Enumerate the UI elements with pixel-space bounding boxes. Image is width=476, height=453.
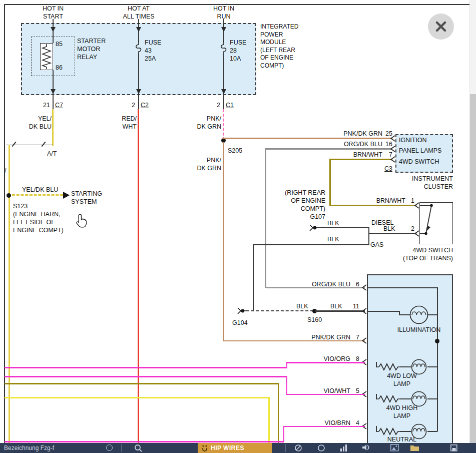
feed-hot-in-start: HOT IN START	[32, 5, 74, 21]
arrow-down-icon	[51, 27, 56, 32]
connector-c1-pin: 2	[212, 101, 220, 109]
no-entry-icon[interactable]	[294, 444, 302, 452]
wire-vio-org-run	[5, 367, 287, 368]
junction-dot	[435, 339, 439, 343]
wire-pnk-to-cluster	[222, 138, 392, 139]
wire-low-lamp-left	[400, 366, 411, 367]
switch-caption: 4WD SWITCH (TOP OF TRANS)	[397, 246, 453, 262]
chart-icon[interactable]	[340, 444, 347, 451]
app-button[interactable]: HIP WIRES	[198, 443, 272, 453]
switch-pin2-wire: BLK	[383, 225, 395, 233]
wire-neutral-lamp-right	[427, 431, 437, 432]
switch-pin2: 2	[407, 225, 414, 233]
connector-chevron-icon	[361, 284, 367, 291]
illumination-label: ILLUMINATION	[387, 326, 451, 334]
wire-olive-run	[5, 383, 279, 384]
feed-hot-at-all-times: HOT AT ALL TIMES	[117, 5, 160, 21]
wire-label-red-wht: RED/ WHT	[114, 115, 137, 131]
wire-label-pnk-dkgrn-upper: PNK/ DK GRN	[195, 115, 221, 131]
wire-blk-pin2	[368, 233, 416, 234]
connector-chevron-icon	[390, 146, 395, 152]
ground-g107-label: (RIGHT REAR OF ENGINE COMPT) G107	[278, 189, 325, 221]
cluster-pin7-wire: BRN/WHT	[332, 151, 382, 159]
switch-pin1-wire: BRN/WHT	[365, 197, 405, 205]
wire-c7-stub	[53, 95, 54, 109]
wire-org-vertical	[265, 148, 267, 288]
fuse43-label: FUSE 43 25A	[145, 39, 161, 63]
wire-illum-pin11-in	[367, 311, 399, 312]
clipped-wire-label: /	[5, 167, 6, 175]
record-icon[interactable]	[317, 444, 325, 452]
blk-gas-label: BLK	[327, 235, 339, 243]
wire-c2-stub	[138, 95, 139, 109]
cluster-pin16-wire: ORG/DK BLU	[332, 140, 382, 148]
wire-label-pnk-dkgrn-lower: PNK/ DK GRN	[195, 156, 221, 172]
app-icon	[201, 444, 208, 451]
connector-c3: C3	[382, 165, 392, 173]
blk-right-label: BLK	[330, 302, 342, 310]
wire-vio-org	[286, 362, 365, 363]
separator	[121, 444, 122, 452]
wire-vio-wht-riser	[286, 376, 288, 395]
scrollbar-thumb[interactable]	[470, 94, 476, 443]
ground-icon	[236, 307, 246, 314]
connector-c2: C2	[141, 101, 149, 109]
ground-g104-label: G104	[232, 319, 248, 327]
image-icon[interactable]	[390, 444, 399, 451]
wire-low-lamp-right	[427, 366, 437, 367]
wire-neutral-lamp-left	[400, 431, 411, 432]
connector-c2-pin: 2	[127, 101, 135, 109]
relay-coil-icon	[40, 43, 53, 70]
starter-relay-label: STARTER MOTOR RELAY	[77, 37, 106, 61]
power-module-title: INTEGRATED POWER MODULE (LEFT REAR OF EN…	[260, 23, 315, 70]
resistor-icon	[377, 428, 400, 435]
fuse28-label: FUSE 28 10A	[230, 39, 246, 63]
illum-pin6-wire: ORG/DK BLU	[300, 280, 350, 288]
fuse-icon	[134, 41, 143, 55]
connector-chevron-icon	[361, 308, 367, 314]
connector-c1: C1	[226, 101, 234, 109]
folder-icon[interactable]	[410, 444, 419, 451]
wire-brn-to-switch	[330, 205, 416, 206]
instrument-cluster-caption: INSTRUMENT CLUSTER	[402, 175, 453, 191]
wire-brn-vertical	[329, 159, 331, 206]
arrow-down-icon	[221, 89, 226, 94]
wire-blk-gas	[253, 244, 369, 245]
wire-diesel-gas-join	[368, 227, 370, 245]
wire-yel-branch-dashed	[12, 194, 63, 196]
wire-pnk-dashed	[223, 109, 224, 140]
info-icon[interactable]	[106, 444, 113, 451]
wire-yellow-riser	[268, 397, 270, 443]
wire-illum-lamp-right	[428, 314, 437, 315]
blk-diesel-label: BLK	[327, 219, 339, 227]
wire-red-wht	[138, 109, 139, 443]
wire-vio-brn	[283, 426, 365, 427]
scrollbar-track[interactable]	[469, 0, 476, 443]
lamp-low-label: 4WD LOW LAMP	[374, 372, 430, 388]
wire-pnk-vertical	[223, 142, 224, 341]
wire-org-to-cluster	[266, 148, 392, 150]
connector-chevron-icon	[390, 135, 395, 142]
app-button-label: HIP WIRES	[211, 443, 244, 453]
taskbar-left-text: Bezeichnung Fzg-f	[4, 444, 54, 451]
wire-high-lamp-right	[427, 398, 437, 399]
speaker-icon[interactable]	[362, 444, 371, 452]
lamp-neutral-label: NEUTRAL	[374, 435, 430, 443]
fuse-icon	[219, 41, 228, 55]
connector-chevron-icon	[414, 230, 419, 237]
wire-blk-dashed	[246, 310, 313, 311]
separator	[285, 444, 286, 452]
cluster-pin25-wire: PNK/DK GRN	[332, 130, 382, 138]
wire-blk-to-pin11	[315, 310, 365, 312]
splice-s123-dot	[7, 193, 11, 198]
search-icon[interactable]	[134, 444, 142, 452]
close-icon	[428, 14, 454, 40]
save-icon[interactable]	[450, 444, 457, 451]
wire-vio-wht	[286, 394, 365, 395]
close-button[interactable]	[428, 14, 454, 40]
taskbar: Bezeichnung Fzg-f HIP WIRES	[0, 443, 476, 453]
wire-vio-org-riser	[286, 362, 288, 368]
wire-illum-lamp-left	[399, 314, 410, 315]
wire-c1-stub	[223, 95, 224, 109]
connector-c7-pin: 21	[38, 101, 50, 109]
